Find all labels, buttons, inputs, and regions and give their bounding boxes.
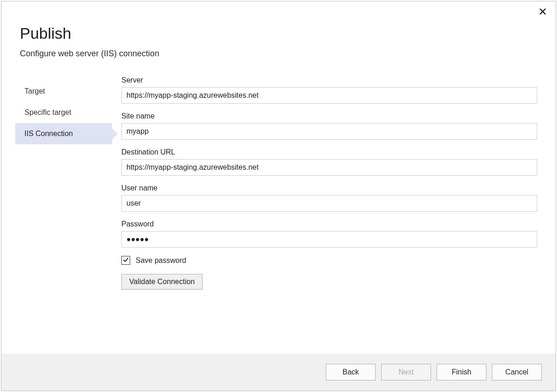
server-input[interactable] xyxy=(121,87,537,104)
sidebar-item-label: IIS Connection xyxy=(24,130,73,137)
username-input[interactable] xyxy=(121,195,537,212)
finish-button[interactable]: Finish xyxy=(437,364,486,380)
validate-connection-button[interactable]: Validate Connection xyxy=(121,274,203,290)
wizard-sidebar: Target Specific target IIS Connection xyxy=(15,76,112,354)
sidebar-item-iis-connection[interactable]: IIS Connection xyxy=(15,123,112,144)
back-button[interactable]: Back xyxy=(326,364,376,380)
desturl-label: Destination URL xyxy=(121,148,537,156)
save-password-row: Save password xyxy=(121,256,537,265)
dialog-subtitle: Configure web server (IIS) connection xyxy=(20,49,537,59)
publish-dialog: Publish Configure web server (IIS) conne… xyxy=(1,1,556,391)
password-input[interactable] xyxy=(121,231,537,248)
password-label: Password xyxy=(121,220,537,228)
field-username: User name xyxy=(121,184,537,212)
sitename-input[interactable] xyxy=(121,123,537,140)
dialog-header: Publish Configure web server (IIS) conne… xyxy=(1,1,556,68)
sidebar-item-label: Target xyxy=(24,87,45,95)
dialog-content: Target Specific target IIS Connection Se… xyxy=(1,68,556,354)
field-password: Password xyxy=(121,220,537,248)
sidebar-item-label: Specific target xyxy=(24,108,71,116)
field-server: Server xyxy=(121,76,537,104)
checkmark-icon xyxy=(123,256,129,265)
iis-connection-form: Server Site name Destination URL User na… xyxy=(112,76,542,354)
field-destination-url: Destination URL xyxy=(121,148,537,176)
close-button[interactable] xyxy=(539,8,546,15)
sidebar-item-target[interactable]: Target xyxy=(15,81,112,102)
sitename-label: Site name xyxy=(121,112,537,120)
save-password-label: Save password xyxy=(136,256,186,265)
dialog-footer: Back Next Finish Cancel xyxy=(1,354,556,391)
next-button[interactable]: Next xyxy=(381,364,431,380)
dialog-title: Publish xyxy=(20,24,537,42)
close-icon xyxy=(539,9,546,17)
field-sitename: Site name xyxy=(121,112,537,140)
cancel-button[interactable]: Cancel xyxy=(492,364,542,380)
save-password-checkbox[interactable] xyxy=(121,256,130,265)
username-label: User name xyxy=(121,184,537,192)
desturl-input[interactable] xyxy=(121,159,537,176)
server-label: Server xyxy=(121,76,537,84)
sidebar-item-specific-target[interactable]: Specific target xyxy=(15,102,112,123)
